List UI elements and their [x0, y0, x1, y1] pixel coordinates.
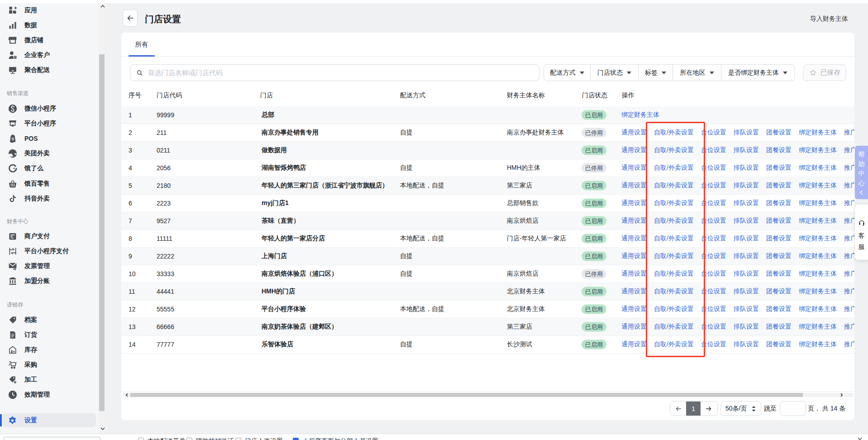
svg-text:S: S: [11, 137, 14, 141]
